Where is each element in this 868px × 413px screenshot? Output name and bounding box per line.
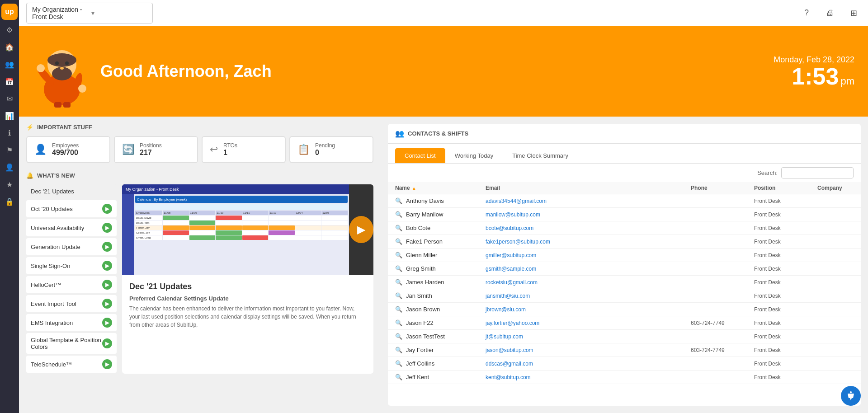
sidebar-item-home[interactable]: 🏠 <box>2 40 17 54</box>
hero-ampm: pm <box>840 75 854 87</box>
accessibility-button[interactable] <box>841 386 861 406</box>
table-row[interactable]: 🔍 Bob Cote bcote@subitup.com Front Desk <box>388 221 861 235</box>
grid-icon[interactable]: ⊞ <box>846 6 861 20</box>
search-icon: 🔍 <box>395 360 402 367</box>
contacts-title: CONTACTS & SHIFTS <box>408 130 468 137</box>
sidebar-item-settings[interactable]: ⚙ <box>2 23 17 37</box>
contact-name: Jeff Collins <box>406 360 434 367</box>
table-row[interactable]: 🔍 Jay Fortier jason@subitup.com 603-724-… <box>388 343 861 357</box>
search-row: Search: <box>388 164 861 182</box>
email-cell[interactable]: jason@subitup.com <box>486 347 691 353</box>
news-article-body: The calendar has been enhanced to delive… <box>129 305 366 329</box>
table-row[interactable]: 🔍 Barry Manilow manilow@subitup.com Fron… <box>388 208 861 221</box>
table-row[interactable]: 🔍 Jeff Collins ddscas@gmail.com Front De… <box>388 357 861 371</box>
email-link[interactable]: jason@subitup.com <box>486 347 533 353</box>
print-icon[interactable]: 🖨 <box>823 6 837 20</box>
email-cell[interactable]: gsmith@sample.com <box>486 266 691 272</box>
sidebar-item-info[interactable]: ℹ <box>2 126 17 140</box>
contact-name: Jason F22 <box>406 319 434 326</box>
table-row[interactable]: 🔍 Jason F22 jay.fortier@yahoo.com 603-72… <box>388 316 861 330</box>
email-link[interactable]: bcote@subitup.com <box>486 225 533 231</box>
email-cell[interactable]: jay.fortier@yahoo.com <box>486 320 691 326</box>
email-link[interactable]: ddscas@gmail.com <box>486 361 533 367</box>
table-row[interactable]: 🔍 Glenn Miller gmiller@subitup.com Front… <box>388 249 861 262</box>
help-icon[interactable]: ? <box>799 6 814 20</box>
chevron-down-icon: ▾ <box>91 9 147 17</box>
sidebar-item-person[interactable]: 👤 <box>2 160 17 174</box>
email-link[interactable]: rocketsiu@gmail.com <box>486 279 538 286</box>
table-row[interactable]: 🔍 Jason Brown jbrown@siu.com Front Desk <box>388 303 861 316</box>
email-cell[interactable]: gmiller@subitup.com <box>486 252 691 258</box>
email-link[interactable]: adavis34544@gmail.com <box>486 198 547 204</box>
sidebar-item-calendar[interactable]: 📅 <box>2 74 17 89</box>
name-cell: 🔍 Greg Smith <box>395 265 486 272</box>
sidebar-item-flag[interactable]: ⚑ <box>2 143 17 157</box>
table-row[interactable]: 🔍 Jason TestTest jt@subitup.com Front De… <box>388 330 861 343</box>
news-arrow-universal: ▶ <box>102 223 112 233</box>
contact-name: Jason Brown <box>406 306 440 313</box>
email-cell[interactable]: rocketsiu@gmail.com <box>486 279 691 286</box>
news-item-generation[interactable]: Generation Update ▶ <box>26 238 117 255</box>
search-icon: 🔍 <box>395 319 402 326</box>
sidebar-item-lock[interactable]: 🔒 <box>2 194 17 209</box>
news-item-global-template[interactable]: Global Template & Position Colors ▶ <box>26 333 117 354</box>
org-selector[interactable]: My Organization - Front Desk ▾ <box>26 3 153 23</box>
table-row[interactable]: 🔍 James Harden rocketsiu@gmail.com Front… <box>388 276 861 289</box>
email-link[interactable]: manilow@subitup.com <box>486 211 540 218</box>
email-link[interactable]: jbrown@siu.com <box>486 306 526 313</box>
app-logo[interactable]: up <box>1 4 18 20</box>
email-cell[interactable]: kent@subitup.com <box>486 374 691 380</box>
sidebar-item-users[interactable]: 👥 <box>2 57 17 71</box>
name-cell: 🔍 Jason TestTest <box>395 333 486 340</box>
table-row[interactable]: 🔍 Fake1 Person fake1person@subitup.com F… <box>388 235 861 249</box>
news-item-sso[interactable]: Single Sign-On ▶ <box>26 257 117 274</box>
email-link[interactable]: jt@subitup.com <box>486 333 523 340</box>
email-link[interactable]: jansmith@siu.com <box>486 293 530 299</box>
email-cell[interactable]: jt@subitup.com <box>486 333 691 340</box>
name-cell: 🔍 Anthony Davis <box>395 197 486 204</box>
name-cell: 🔍 Jason F22 <box>395 319 486 326</box>
stat-rtos[interactable]: ↩ RTOs 1 <box>202 136 286 163</box>
news-item-teleschedule[interactable]: TeleSchedule™ ▶ <box>26 356 117 373</box>
news-item-hellocert[interactable]: HelloCert™ ▶ <box>26 276 117 293</box>
email-cell[interactable]: fake1person@subitup.com <box>486 239 691 245</box>
news-item-ems-label: EMS Integration <box>31 319 73 326</box>
sidebar-item-chart[interactable]: 📊 <box>2 108 17 123</box>
search-icon: 🔍 <box>395 292 402 299</box>
table-row[interactable]: 🔍 Anthony Davis adavis34544@gmail.com Fr… <box>388 194 861 208</box>
news-item-ems[interactable]: EMS Integration ▶ <box>26 314 117 331</box>
news-item-dec21[interactable]: Dec '21 Updates <box>26 184 117 198</box>
email-cell[interactable]: jansmith@siu.com <box>486 293 691 299</box>
news-item-universal[interactable]: Universal Availability ▶ <box>26 219 117 236</box>
table-row[interactable]: 🔍 Jeff Kent kent@subitup.com Front Desk <box>388 371 861 384</box>
sidebar-item-mail[interactable]: ✉ <box>2 91 17 106</box>
stat-pending[interactable]: 📋 Pending 0 <box>289 136 373 163</box>
stat-employees[interactable]: 👤 Employees 499/700 <box>26 136 110 163</box>
news-item-oct20[interactable]: Oct '20 Updates ▶ <box>26 200 117 217</box>
news-item-event-import[interactable]: Event Import Tool ▶ <box>26 295 117 312</box>
table-row[interactable]: 🔍 Jan Smith jansmith@siu.com Front Desk <box>388 289 861 303</box>
stat-positions[interactable]: 🔄 Positions 217 <box>114 136 198 163</box>
contact-name: Jeff Kent <box>406 374 429 380</box>
email-cell[interactable]: manilow@subitup.com <box>486 211 691 218</box>
sidebar-item-star[interactable]: ★ <box>2 177 17 192</box>
email-link[interactable]: gmiller@subitup.com <box>486 252 536 258</box>
tab-working-today[interactable]: Working Today <box>445 148 503 163</box>
email-link[interactable]: gsmith@sample.com <box>486 266 536 272</box>
email-cell[interactable]: adavis34544@gmail.com <box>486 198 691 204</box>
email-cell[interactable]: ddscas@gmail.com <box>486 361 691 367</box>
table-row[interactable]: 🔍 Greg Smith gsmith@sample.com Front Des… <box>388 262 861 276</box>
email-link[interactable]: jay.fortier@yahoo.com <box>486 320 539 326</box>
play-button[interactable]: ▶ <box>349 216 373 243</box>
contact-name: Anthony Davis <box>406 197 444 204</box>
email-cell[interactable]: jbrown@siu.com <box>486 306 691 313</box>
tab-contact-list[interactable]: Contact List <box>395 148 445 163</box>
email-cell[interactable]: bcote@subitup.com <box>486 225 691 231</box>
tab-time-clock-summary[interactable]: Time Clock Summary <box>503 148 578 163</box>
contact-name: Fake1 Person <box>406 238 443 245</box>
email-link[interactable]: fake1person@subitup.com <box>486 239 550 245</box>
col-position: Position <box>754 185 817 191</box>
position-cell: Front Desk <box>754 279 817 286</box>
search-input[interactable] <box>781 167 854 178</box>
email-link[interactable]: kent@subitup.com <box>486 374 531 380</box>
